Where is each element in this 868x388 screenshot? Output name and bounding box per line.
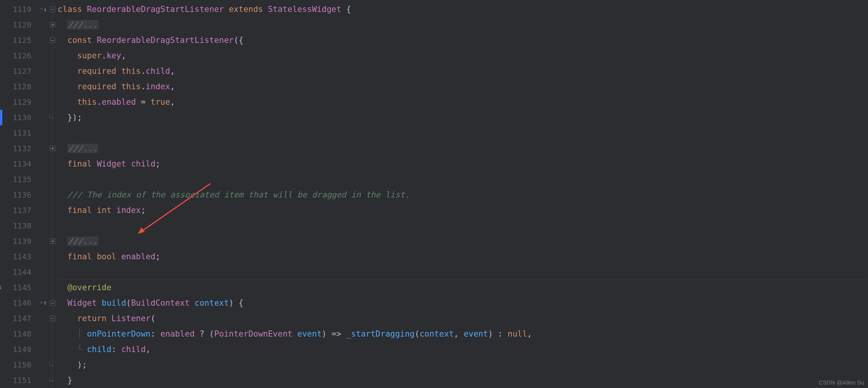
code-line[interactable]: @override [58,280,868,295]
watermark-text: CSDN @Allen Su [818,379,864,386]
code-token: StatelessWidget [268,5,346,14]
line-number[interactable]: 1147 [2,311,39,326]
line-number[interactable]: 1125 [2,32,39,48]
code-token [58,283,67,292]
code-token: ///... [67,20,98,29]
line-number[interactable]: 1128 [2,79,39,94]
fold-collapse-icon[interactable] [48,295,58,311]
line-number[interactable]: 1139 [2,233,39,249]
code-line[interactable]: ); [58,357,868,373]
code-token: , [170,66,175,76]
code-token: . [102,51,107,60]
code-line[interactable]: const ReorderableDragStartListener({ [58,32,868,48]
code-line[interactable]: } [58,373,868,388]
line-number[interactable]: 1138 [2,218,39,233]
line-number[interactable]: 1145 [2,280,39,295]
code-token [58,252,67,261]
line-number[interactable]: 1136 [2,187,39,203]
line-number[interactable]: 1146 [2,295,39,311]
code-line[interactable]: final bool enabled; [58,249,868,264]
fold-collapse-icon[interactable] [48,32,58,48]
code-area[interactable]: class ReorderableDragStartListener exten… [58,0,868,388]
vertical-scrollbar[interactable] [863,0,867,388]
selection-accent-bar [0,0,2,388]
code-token: │ [58,329,87,339]
code-token: ) : [488,329,508,339]
fold-collapse-icon[interactable] [48,311,58,326]
code-line[interactable] [58,218,868,233]
code-token: this [121,82,141,91]
code-line[interactable] [58,172,868,187]
line-number[interactable]: 1129 [2,94,39,110]
code-token: }); [58,113,82,122]
code-line[interactable]: └ child: child, [58,342,868,357]
line-number[interactable]: 1148 [2,326,39,342]
code-line[interactable]: super.key, [58,48,868,63]
line-number[interactable]: 1126 [2,48,39,63]
line-number[interactable]: 1130 [2,110,39,125]
code-token: child [121,345,145,354]
code-token: = [136,97,150,107]
code-token: class [58,5,87,14]
line-number[interactable]: 1134 [2,156,39,172]
code-line[interactable] [58,125,868,141]
fold-expand-icon[interactable] [48,141,58,156]
line-number[interactable]: 1120 [2,17,39,32]
code-token [58,314,77,323]
code-token: . [141,66,146,76]
fold-collapse-icon[interactable] [48,2,58,17]
code-line[interactable]: ///... [58,17,868,32]
code-line[interactable]: /// The index of the associated item tha… [58,187,868,203]
fold-end-icon[interactable] [48,110,58,125]
code-line[interactable]: ///... [58,141,868,156]
code-token: null [507,329,527,339]
fold-end-icon[interactable] [48,373,58,388]
code-token: event [297,329,322,339]
fold-expand-icon[interactable] [48,233,58,249]
line-number[interactable]: 1132 [2,141,39,156]
code-token: onPointerDown [87,329,150,339]
code-line[interactable]: Widget build(BuildContext context) { [58,295,868,311]
code-token: ? ( [195,329,214,339]
code-line[interactable]: required this.index, [58,79,868,94]
code-token: child [131,159,155,168]
line-number[interactable]: 1151 [2,373,39,388]
line-number[interactable]: 1149 [2,342,39,357]
line-number[interactable]: 1150 [2,357,39,373]
line-number-gutter[interactable]: 1119112011251126112711281129113011311132… [2,0,39,388]
code-token: build [102,298,126,308]
line-number[interactable]: 1119 [2,2,39,17]
code-line[interactable] [58,264,868,280]
line-number[interactable]: 1143 [2,249,39,264]
code-line[interactable]: required this.child, [58,63,868,79]
override-up-icon[interactable]: ◦↑ [39,295,48,311]
code-token [58,36,67,45]
code-token: ; [155,252,161,261]
code-editor[interactable]: 1119112011251126112711281129113011311132… [0,0,868,388]
code-line[interactable]: final int index; [58,203,868,218]
line-number[interactable]: 1127 [2,63,39,79]
code-token: ( [150,314,155,323]
code-line[interactable]: return Listener( [58,311,868,326]
code-line[interactable]: this.enabled = true, [58,94,868,110]
code-line[interactable]: ///... [58,233,868,249]
code-line[interactable]: final Widget child; [58,156,868,172]
code-token: _startDragging [346,329,415,339]
line-number[interactable]: 1135 [2,172,39,187]
line-number[interactable]: 1137 [2,203,39,218]
code-line[interactable]: │ onPointerDown: enabled ? (PointerDownE… [58,326,868,342]
code-token: const [67,36,97,45]
code-token: final [67,252,97,261]
code-token: required [77,66,121,76]
code-line[interactable]: }); [58,110,868,125]
code-line[interactable]: class ReorderableDragStartListener exten… [58,2,868,17]
fold-column[interactable] [48,0,58,388]
fold-expand-icon[interactable] [48,17,58,32]
line-number[interactable]: 1131 [2,125,39,141]
code-token: PointerDownEvent [214,329,297,339]
code-token: true [150,97,170,107]
line-number[interactable]: 1144 [2,264,39,280]
code-token: , [146,345,151,354]
fold-end-icon[interactable] [48,357,58,373]
override-down-icon[interactable]: ◦↓ [39,2,48,17]
